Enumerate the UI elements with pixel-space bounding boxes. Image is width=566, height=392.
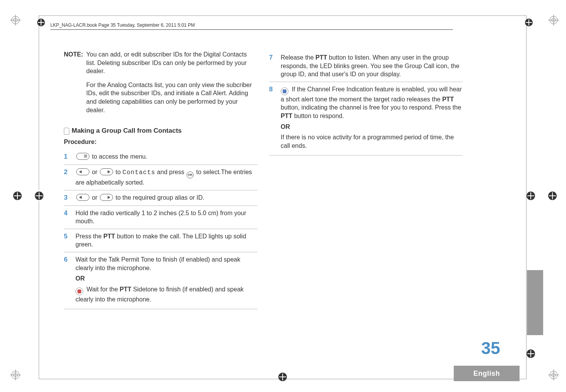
step-8: 8 If the Channel Free Indication feature…	[269, 82, 463, 156]
running-header: LKP_NAG-LACR.book Page 35 Tuesday, Septe…	[50, 22, 453, 30]
step-7: 7 Release the PTT button to listen. When…	[269, 50, 463, 82]
nav-left-button-icon	[76, 168, 89, 175]
print-registration-mark-icon	[10, 15, 21, 26]
ptt-label: PTT	[120, 286, 131, 293]
feature-icon	[281, 87, 288, 95]
step-number: 8	[269, 85, 274, 152]
step-5: 5 Press the PTT button to make the call.…	[64, 229, 257, 252]
side-tab-marker	[527, 270, 543, 335]
step-8-mid: button, indicating the channel is free f…	[281, 104, 461, 111]
step-8-post: button to respond.	[292, 113, 344, 119]
step-1-text: to access the menu.	[90, 153, 148, 160]
crosshair-mark-icon	[525, 348, 536, 359]
content-columns: NOTE: You can add, or edit subscriber ID…	[64, 50, 463, 309]
procedure-label: Procedure:	[64, 138, 257, 146]
crosshair-mark-icon	[525, 190, 536, 201]
step-3-tail: to the required group alias or ID.	[114, 194, 204, 201]
left-column: NOTE: You can add, or edit subscriber ID…	[64, 50, 257, 309]
step-2-and-press: and press	[155, 169, 186, 175]
step-3-or: or	[90, 194, 99, 201]
page-number: 35	[481, 339, 500, 358]
step-body: Release the PTT button to listen. When a…	[281, 53, 463, 79]
ptt-label: PTT	[103, 233, 115, 240]
step-8-p1: If the Channel Free Indication feature i…	[281, 85, 463, 120]
nav-right-button-icon	[100, 168, 113, 175]
step-6-or: OR	[75, 274, 257, 283]
step-2: 2 or to Contacts and press OK to select.…	[64, 165, 257, 190]
section-heading: Making a Group Call from Contacts	[64, 127, 257, 135]
step-8-tail: If there is no voice activity for a prog…	[281, 133, 463, 150]
ptt-label: PTT	[281, 113, 292, 119]
ptt-label: PTT	[316, 54, 327, 61]
step-4: 4 Hold the radio vertically 1 to 2 inche…	[64, 206, 257, 229]
crosshair-mark-icon	[12, 190, 22, 201]
note-block: NOTE: You can add, or edit subscriber ID…	[64, 50, 257, 120]
step-body: Press the PTT button to make the call. T…	[75, 232, 257, 249]
note-paragraph-2: For the Analog Contacts list, you can on…	[86, 81, 257, 114]
language-footer: English	[454, 366, 520, 381]
running-header-text: LKP_NAG-LACR.book Page 35 Tuesday, Septe…	[50, 22, 195, 28]
print-registration-mark-icon	[548, 15, 559, 26]
crosshair-mark-icon	[523, 17, 534, 28]
step-number: 2	[64, 168, 69, 187]
step-3: 3 or to the required group alias or ID.	[64, 190, 257, 206]
note-label: NOTE:	[64, 50, 83, 120]
feature-icon	[75, 288, 83, 295]
step-2-to: to	[114, 169, 122, 175]
procedure-steps-continued: 7 Release the PTT button to listen. When…	[269, 50, 463, 156]
ok-button-icon: OK	[187, 171, 194, 178]
step-number: 5	[64, 232, 69, 249]
step-body: or to Contacts and press OK to select.Th…	[75, 168, 257, 187]
print-registration-mark-icon	[10, 370, 21, 380]
step-7-pre: Release the	[281, 54, 316, 61]
crosshair-mark-icon	[547, 190, 557, 201]
step-number: 7	[269, 53, 274, 79]
step-6-p2-pre: Wait for the	[85, 286, 120, 293]
print-registration-mark-icon	[548, 370, 559, 380]
step-body: If the Channel Free Indication feature i…	[281, 85, 463, 152]
crosshair-mark-icon	[277, 371, 288, 382]
note-text: You can add, or edit subscriber IDs for …	[86, 50, 257, 120]
nav-right-button-icon	[100, 194, 113, 201]
step-number: 4	[64, 209, 69, 226]
step-2-or: or	[90, 169, 99, 175]
step-8-or: OR	[281, 123, 463, 131]
step-4-text: Hold the radio vertically 1 to 2 inches …	[75, 210, 246, 225]
section-heading-text: Making a Group Call from Contacts	[72, 127, 182, 135]
note-paragraph-1: You can add, or edit subscriber IDs for …	[86, 50, 257, 75]
crosshair-mark-icon	[33, 190, 44, 201]
step-6-p1: Wait for the Talk Permit Tone to finish …	[75, 255, 257, 272]
menu-button-icon	[76, 153, 89, 160]
step-6-p2: Wait for the PTT Sidetone to finish (if …	[75, 285, 257, 304]
ptt-label: PTT	[442, 96, 454, 103]
step-number: 6	[64, 255, 69, 306]
step-body: Wait for the Talk Permit Tone to finish …	[75, 255, 257, 306]
nav-left-button-icon	[76, 194, 89, 201]
step-number: 3	[64, 193, 69, 202]
right-column: 7 Release the PTT button to listen. When…	[269, 50, 463, 309]
crosshair-mark-icon	[36, 17, 46, 28]
step-5-pre: Press the	[75, 233, 103, 240]
menu-item-contacts: Contacts	[122, 169, 155, 176]
document-icon	[64, 128, 69, 135]
step-6: 6 Wait for the Talk Permit Tone to finis…	[64, 252, 257, 309]
step-8-pre: If the Channel Free Indication feature i…	[281, 86, 462, 103]
step-body: or to the required group alias or ID.	[75, 193, 257, 202]
step-body: to access the menu.	[75, 152, 257, 161]
step-number: 1	[64, 152, 69, 161]
step-1: 1 to access the menu.	[64, 149, 257, 165]
step-body: Hold the radio vertically 1 to 2 inches …	[75, 209, 257, 226]
procedure-steps: 1 to access the menu. 2 or to Contacts a…	[64, 149, 257, 310]
